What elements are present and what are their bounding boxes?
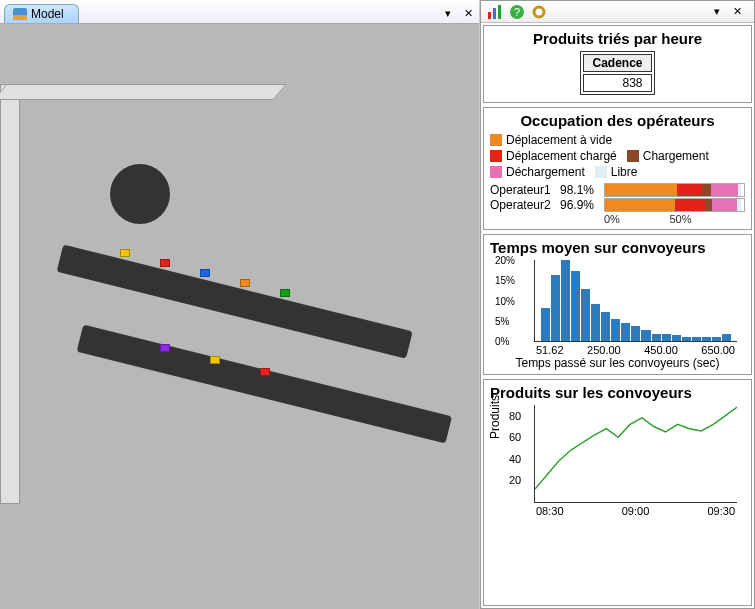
operator-row: Operateur198.1% bbox=[490, 183, 745, 197]
help-icon[interactable]: ? bbox=[509, 4, 525, 20]
histogram-chart: 20%15%10%5%0% bbox=[534, 260, 737, 342]
panel-title: Occupation des opérateurs bbox=[490, 112, 745, 129]
stacked-bar bbox=[604, 183, 745, 197]
model-icon bbox=[13, 8, 27, 20]
dashboard-toolbar: ? ▾ ✕ bbox=[481, 1, 754, 23]
cadence-value: 838 bbox=[583, 74, 651, 92]
gear-icon[interactable] bbox=[531, 4, 547, 20]
line-chart: Produits 80604020 bbox=[534, 405, 737, 503]
cadence-table: Cadence 838 bbox=[580, 51, 654, 95]
dashboard-close-button[interactable]: ✕ bbox=[730, 5, 744, 19]
svg-text:?: ? bbox=[514, 6, 520, 18]
panel-histogram: Temps moyen sur convoyeurs 20%15%10%5%0%… bbox=[483, 234, 752, 375]
dashboard-pane: ? ▾ ✕ Produits triés par heure Cadence 8… bbox=[480, 0, 755, 609]
operator-pct: 98.1% bbox=[560, 183, 600, 197]
tab-model-label: Model bbox=[31, 7, 64, 21]
operator-pct: 96.9% bbox=[560, 198, 600, 212]
svg-rect-1 bbox=[493, 8, 496, 19]
panel-title: Produits triés par heure bbox=[490, 30, 745, 47]
line-x-axis: 08:30 09:00 09:30 bbox=[536, 505, 735, 517]
minimize-button[interactable]: ▾ bbox=[441, 7, 455, 21]
panel-title: Produits sur les convoyeurs bbox=[490, 384, 745, 401]
model-tabbar: Model ▾ ✕ bbox=[0, 0, 479, 24]
panel-produits-tries: Produits triés par heure Cadence 838 bbox=[483, 25, 752, 103]
histogram-x-label: Temps passé sur les convoyeurs (sec) bbox=[490, 356, 745, 370]
tab-model[interactable]: Model bbox=[4, 4, 79, 23]
panel-occupation: Occupation des opérateurs Déplacement à … bbox=[483, 107, 752, 230]
svg-rect-0 bbox=[488, 12, 491, 19]
cadence-label: Cadence bbox=[583, 54, 651, 72]
svg-point-6 bbox=[537, 10, 541, 14]
dashboard-minimize-button[interactable]: ▾ bbox=[710, 5, 724, 19]
stacked-bar bbox=[604, 198, 745, 212]
panel-line: Produits sur les convoyeurs Produits 806… bbox=[483, 379, 752, 606]
operator-name: Operateur2 bbox=[490, 198, 556, 212]
occupation-x-axis: 0% 50% bbox=[600, 213, 745, 225]
operator-row: Operateur296.9% bbox=[490, 198, 745, 212]
3d-viewport[interactable] bbox=[0, 24, 479, 609]
legend: Déplacement à vide Déplacement chargé Ch… bbox=[490, 133, 745, 179]
line-y-label: Produits bbox=[488, 394, 502, 438]
panel-title: Temps moyen sur convoyeurs bbox=[490, 239, 745, 256]
svg-rect-2 bbox=[498, 5, 501, 19]
model-pane: Model ▾ ✕ bbox=[0, 0, 480, 609]
operator-name: Operateur1 bbox=[490, 183, 556, 197]
close-button[interactable]: ✕ bbox=[461, 7, 475, 21]
histogram-x-axis: 51.62 250.00 450.00 650.00 bbox=[536, 344, 735, 356]
chart-icon[interactable] bbox=[487, 4, 503, 20]
